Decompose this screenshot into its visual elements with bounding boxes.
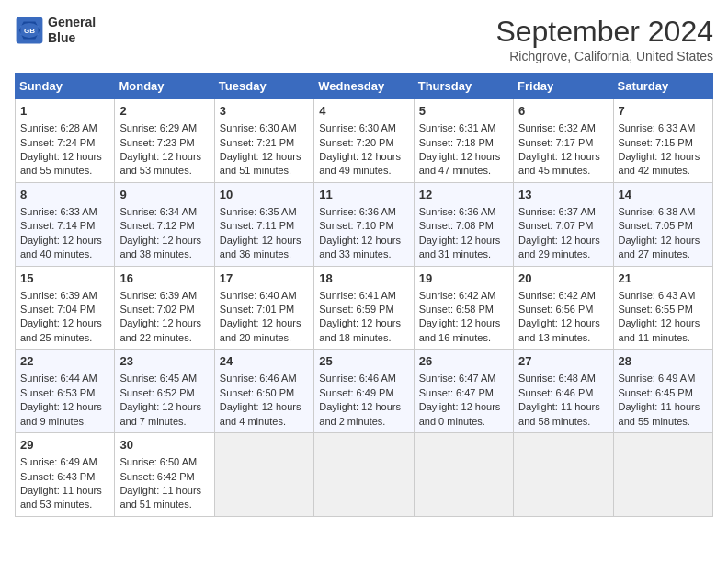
sunrise-text: Sunrise: 6:46 AM	[220, 372, 309, 385]
sunset-text: Sunset: 7:20 PM	[319, 136, 408, 150]
daylight-text: Daylight: 12 hours and 36 minutes.	[220, 234, 309, 262]
sunrise-text: Sunrise: 6:41 AM	[319, 289, 408, 303]
calendar-cell	[613, 433, 712, 517]
calendar-cell: 10Sunrise: 6:35 AMSunset: 7:11 PMDayligh…	[214, 182, 313, 266]
day-number: 3	[220, 103, 309, 120]
day-number: 16	[119, 270, 209, 287]
sunset-text: Sunset: 6:47 PM	[419, 386, 508, 400]
sunset-text: Sunset: 6:50 PM	[220, 386, 309, 400]
day-number: 30	[119, 437, 209, 454]
sunrise-text: Sunrise: 6:50 AM	[119, 455, 209, 469]
sunrise-text: Sunrise: 6:29 AM	[119, 121, 209, 135]
day-number: 4	[319, 103, 408, 120]
day-number: 24	[220, 353, 309, 370]
calendar-cell: 9Sunrise: 6:34 AMSunset: 7:12 PMDaylight…	[115, 182, 214, 266]
weekday-header-row: SundayMondayTuesdayWednesdayThursdayFrid…	[16, 74, 713, 99]
calendar-week-row: 1Sunrise: 6:28 AMSunset: 7:24 PMDaylight…	[16, 99, 713, 183]
calendar-cell: 29Sunrise: 6:49 AMSunset: 6:43 PMDayligh…	[16, 433, 115, 517]
day-number: 17	[220, 270, 309, 287]
sunset-text: Sunset: 6:46 PM	[518, 386, 608, 400]
sunset-text: Sunset: 6:45 PM	[619, 386, 708, 400]
sunset-text: Sunset: 7:23 PM	[119, 136, 209, 150]
day-number: 11	[319, 187, 408, 203]
svg-text:GB: GB	[24, 27, 35, 35]
sunrise-text: Sunrise: 6:46 AM	[319, 372, 408, 385]
calendar-week-row: 8Sunrise: 6:33 AMSunset: 7:14 PMDaylight…	[16, 182, 713, 266]
weekday-thursday: Thursday	[414, 74, 513, 99]
calendar-cell: 5Sunrise: 6:31 AMSunset: 7:18 PMDaylight…	[414, 99, 513, 183]
calendar-week-row: 29Sunrise: 6:49 AMSunset: 6:43 PMDayligh…	[16, 433, 713, 517]
calendar-cell: 16Sunrise: 6:39 AMSunset: 7:02 PMDayligh…	[115, 266, 214, 350]
daylight-text: Daylight: 11 hours and 58 minutes.	[518, 400, 608, 429]
sunset-text: Sunset: 7:07 PM	[518, 219, 608, 233]
calendar-cell: 12Sunrise: 6:36 AMSunset: 7:08 PMDayligh…	[414, 182, 513, 266]
daylight-text: Daylight: 12 hours and 13 minutes.	[518, 316, 608, 345]
calendar-cell: 7Sunrise: 6:33 AMSunset: 7:15 PMDaylight…	[613, 99, 712, 183]
sunset-text: Sunset: 7:08 PM	[419, 219, 508, 233]
daylight-text: Daylight: 12 hours and 22 minutes.	[119, 316, 209, 345]
sunset-text: Sunset: 7:17 PM	[518, 136, 608, 150]
sunrise-text: Sunrise: 6:36 AM	[319, 205, 408, 219]
daylight-text: Daylight: 12 hours and 27 minutes.	[619, 234, 708, 262]
sunset-text: Sunset: 7:24 PM	[20, 136, 109, 150]
calendar-cell: 4Sunrise: 6:30 AMSunset: 7:20 PMDaylight…	[314, 99, 414, 183]
calendar-body: 1Sunrise: 6:28 AMSunset: 7:24 PMDaylight…	[16, 99, 713, 517]
calendar-header: SundayMondayTuesdayWednesdayThursdayFrid…	[16, 74, 713, 99]
sunrise-text: Sunrise: 6:34 AM	[119, 205, 209, 219]
sunrise-text: Sunrise: 6:49 AM	[619, 372, 708, 385]
sunset-text: Sunset: 7:14 PM	[20, 219, 109, 233]
day-number: 22	[20, 353, 109, 370]
sunset-text: Sunset: 7:21 PM	[220, 136, 309, 150]
day-number: 8	[20, 187, 109, 203]
daylight-text: Daylight: 12 hours and 29 minutes.	[518, 234, 608, 262]
calendar-cell: 18Sunrise: 6:41 AMSunset: 6:59 PMDayligh…	[314, 266, 414, 350]
sunset-text: Sunset: 7:04 PM	[20, 303, 109, 316]
sunrise-text: Sunrise: 6:31 AM	[419, 121, 508, 135]
daylight-text: Daylight: 12 hours and 49 minutes.	[319, 150, 408, 178]
daylight-text: Daylight: 12 hours and 55 minutes.	[20, 150, 109, 178]
sunset-text: Sunset: 6:58 PM	[419, 303, 508, 316]
sunrise-text: Sunrise: 6:48 AM	[518, 372, 608, 385]
calendar-week-row: 22Sunrise: 6:44 AMSunset: 6:53 PMDayligh…	[16, 350, 713, 433]
sunrise-text: Sunrise: 6:42 AM	[518, 289, 608, 303]
calendar-cell: 25Sunrise: 6:46 AMSunset: 6:49 PMDayligh…	[314, 350, 414, 433]
sunrise-text: Sunrise: 6:44 AM	[20, 372, 109, 385]
calendar-cell: 17Sunrise: 6:40 AMSunset: 7:01 PMDayligh…	[214, 266, 313, 350]
daylight-text: Daylight: 12 hours and 11 minutes.	[619, 316, 708, 345]
sunrise-text: Sunrise: 6:33 AM	[20, 205, 109, 219]
day-number: 25	[319, 353, 408, 370]
day-number: 10	[220, 187, 309, 203]
sunset-text: Sunset: 7:12 PM	[119, 219, 209, 233]
calendar-week-row: 15Sunrise: 6:39 AMSunset: 7:04 PMDayligh…	[16, 266, 713, 350]
sunset-text: Sunset: 6:43 PM	[20, 470, 109, 484]
sunset-text: Sunset: 6:49 PM	[319, 386, 408, 400]
daylight-text: Daylight: 12 hours and 18 minutes.	[319, 316, 408, 345]
daylight-text: Daylight: 12 hours and 42 minutes.	[619, 150, 708, 178]
day-number: 9	[119, 187, 209, 203]
daylight-text: Daylight: 12 hours and 2 minutes.	[319, 400, 408, 429]
daylight-text: Daylight: 12 hours and 31 minutes.	[419, 234, 508, 262]
sunrise-text: Sunrise: 6:32 AM	[518, 121, 608, 135]
sunrise-text: Sunrise: 6:36 AM	[419, 205, 508, 219]
sunrise-text: Sunrise: 6:39 AM	[20, 289, 109, 303]
sunrise-text: Sunrise: 6:30 AM	[220, 121, 309, 135]
daylight-text: Daylight: 12 hours and 0 minutes.	[419, 400, 508, 429]
sunset-text: Sunset: 7:02 PM	[119, 303, 209, 316]
calendar-cell: 20Sunrise: 6:42 AMSunset: 6:56 PMDayligh…	[514, 266, 613, 350]
daylight-text: Daylight: 12 hours and 38 minutes.	[119, 234, 209, 262]
title-area: September 2024 Richgrove, California, Un…	[495, 15, 713, 63]
day-number: 26	[419, 353, 508, 370]
daylight-text: Daylight: 12 hours and 16 minutes.	[419, 316, 508, 345]
daylight-text: Daylight: 12 hours and 45 minutes.	[518, 150, 608, 178]
calendar-cell: 19Sunrise: 6:42 AMSunset: 6:58 PMDayligh…	[414, 266, 513, 350]
sunrise-text: Sunrise: 6:45 AM	[119, 372, 209, 385]
sunset-text: Sunset: 7:10 PM	[319, 219, 408, 233]
calendar-cell: 8Sunrise: 6:33 AMSunset: 7:14 PMDaylight…	[16, 182, 115, 266]
calendar-cell: 3Sunrise: 6:30 AMSunset: 7:21 PMDaylight…	[214, 99, 313, 183]
day-number: 2	[119, 103, 209, 120]
daylight-text: Daylight: 12 hours and 20 minutes.	[220, 316, 309, 345]
calendar-cell	[214, 433, 313, 517]
general-blue-logo-icon: GB	[15, 16, 44, 45]
sunrise-text: Sunrise: 6:37 AM	[518, 205, 608, 219]
daylight-text: Daylight: 12 hours and 33 minutes.	[319, 234, 408, 262]
